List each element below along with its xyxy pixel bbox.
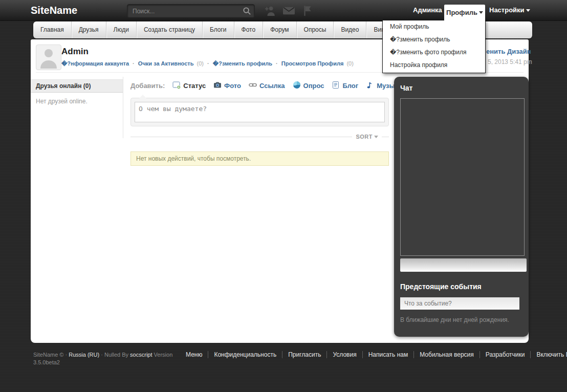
- footer-link-invite[interactable]: Пригласить: [282, 351, 326, 358]
- footer-link-contact[interactable]: Написать нам: [362, 351, 414, 358]
- footer-link-menu[interactable]: Меню: [180, 351, 208, 358]
- add-friend-button[interactable]: [264, 4, 277, 17]
- chevron-down-icon: [479, 11, 483, 14]
- profile-name: Admin: [61, 47, 89, 57]
- dot-separator: ·: [101, 352, 103, 358]
- tab-polls[interactable]: Опросы: [297, 21, 334, 38]
- chat-message-input[interactable]: [400, 258, 527, 272]
- friends-online-header: Друзья онлайн (0): [31, 79, 123, 93]
- status-icon: [172, 81, 181, 91]
- composer-toolbar: Добавить: Статус Фото Ссылка Опрос: [130, 81, 402, 91]
- sort-label: SORT: [356, 134, 373, 140]
- footer-nulled-by: Nulled By: [104, 352, 128, 358]
- profile-views-count: (0): [346, 60, 353, 67]
- chevron-down-icon: [374, 136, 378, 138]
- upcoming-events-title: Предстоящие события: [400, 282, 525, 291]
- music-icon: [366, 81, 374, 91]
- profile-views-link[interactable]: Просмотров Профиля: [281, 60, 344, 67]
- add-poll-button[interactable]: Опрос: [293, 81, 324, 91]
- add-photo-button[interactable]: Фото: [213, 81, 241, 91]
- tab-photos[interactable]: Фото: [234, 21, 264, 38]
- column-divider: [123, 77, 123, 138]
- event-input[interactable]: [400, 297, 519, 310]
- add-status-label: Статус: [183, 82, 206, 90]
- footer-link-mobile[interactable]: Мобильная версия: [413, 351, 479, 358]
- profile-menu-label: Профиль: [446, 9, 477, 16]
- blog-icon: [332, 81, 340, 91]
- tab-people[interactable]: Люди: [106, 21, 137, 38]
- messages-button[interactable]: [282, 4, 295, 17]
- photo-icon: [213, 81, 222, 91]
- footer-locale-link[interactable]: Russia (RU): [69, 352, 99, 358]
- menu-item-edit-profile-photo[interactable]: �?зменить фото профиля: [383, 46, 485, 59]
- birthday-note: В ближайшие дни нет дней рождения.: [400, 316, 525, 323]
- dot-separator: ·: [207, 60, 209, 67]
- add-link-button[interactable]: Ссылка: [249, 81, 285, 91]
- profile-date: 5, 2013 5:41 pm: [488, 58, 532, 66]
- account-info-link[interactable]: �?нформация аккаунта: [61, 60, 129, 67]
- divider: [382, 137, 389, 137]
- footer-link-terms[interactable]: Условия: [326, 351, 362, 358]
- tab-blogs[interactable]: Блоги: [203, 21, 234, 38]
- search-box: [127, 4, 255, 18]
- chevron-down-icon: [526, 9, 530, 12]
- footer-link-dnd[interactable]: Включить DnD мод: [530, 351, 567, 358]
- profile-dropdown-menu: Мой профиль �?зменить профиль �?зменить …: [382, 20, 486, 73]
- chat-panel: Чат Предстоящие события В ближайшие дни …: [394, 77, 529, 337]
- status-composer: [130, 98, 389, 126]
- main-content-card: Admin �?нформация аккаунта · Очки за Акт…: [31, 39, 529, 343]
- footer-site-name: SiteName ©: [33, 352, 63, 358]
- dot-separator: ·: [133, 60, 135, 67]
- menu-item-my-profile[interactable]: Мой профиль: [383, 20, 485, 33]
- menu-item-edit-profile[interactable]: �?зменить профиль: [383, 33, 485, 46]
- edit-profile-link[interactable]: �?зменить профиль: [213, 60, 272, 67]
- site-logo[interactable]: SiteName: [31, 5, 77, 16]
- search-icon[interactable]: [243, 7, 251, 17]
- menu-item-profile-settings[interactable]: Настройка профиля: [383, 59, 485, 72]
- add-link-label: Ссылка: [259, 82, 285, 90]
- settings-menu[interactable]: Настройки: [489, 6, 530, 14]
- dot-separator: ·: [66, 352, 68, 358]
- add-blog-label: Блог: [342, 82, 358, 90]
- tab-forum[interactable]: Форум: [263, 21, 296, 38]
- add-label: Добавить:: [130, 82, 165, 90]
- sort-button[interactable]: SORT: [356, 134, 378, 140]
- tab-create-page[interactable]: Создать страницу: [137, 21, 203, 38]
- chat-title: Чат: [400, 84, 525, 92]
- person-silhouette-icon: [36, 45, 61, 70]
- add-status-button[interactable]: Статус: [172, 81, 206, 91]
- tab-friends[interactable]: Друзья: [72, 21, 106, 38]
- search-input[interactable]: [127, 5, 254, 17]
- avatar[interactable]: [36, 45, 61, 70]
- footer-script-link[interactable]: socscript: [130, 352, 152, 358]
- add-blog-button[interactable]: Блог: [332, 81, 358, 91]
- tab-video[interactable]: Видео: [334, 21, 366, 38]
- mail-icon: [282, 5, 295, 16]
- profile-menu[interactable]: Профиль: [444, 5, 485, 20]
- friends-online-empty-text: Нет друзей online.: [36, 98, 88, 105]
- tab-home[interactable]: Главная: [33, 21, 72, 38]
- activity-points-link[interactable]: Очки за Активность: [138, 60, 194, 67]
- chat-messages-area[interactable]: [400, 98, 525, 256]
- poll-icon: [293, 81, 301, 91]
- add-poll-label: Опрос: [303, 82, 324, 90]
- sort-row: SORT: [130, 134, 389, 140]
- change-design-link[interactable]: енить Дизайн: [486, 48, 531, 55]
- footer-link-privacy[interactable]: Конфиденциальность: [208, 351, 282, 358]
- footer-copyright: SiteName © · Russia (RU) · Nulled By soc…: [33, 351, 183, 366]
- reports-button[interactable]: [301, 4, 314, 17]
- footer-links: Меню Конфиденциальность Пригласить Услов…: [180, 351, 567, 358]
- status-textarea[interactable]: [135, 102, 385, 122]
- add-photo-label: Фото: [224, 82, 241, 90]
- add-friend-icon: [264, 5, 277, 16]
- dot-separator: ·: [276, 60, 278, 67]
- activity-points-count: (0): [197, 60, 204, 67]
- flag-icon: [301, 5, 314, 16]
- empty-feed-notice: Нет новых действий, чтобы посмотреть.: [130, 151, 389, 166]
- footer-link-developers[interactable]: Разработчики: [479, 351, 531, 358]
- admin-link[interactable]: Админка: [413, 6, 442, 14]
- divider: [130, 137, 352, 137]
- footer: SiteName © · Russia (RU) · Nulled By soc…: [0, 348, 567, 392]
- link-icon: [249, 81, 257, 91]
- settings-menu-label: Настройки: [489, 6, 525, 14]
